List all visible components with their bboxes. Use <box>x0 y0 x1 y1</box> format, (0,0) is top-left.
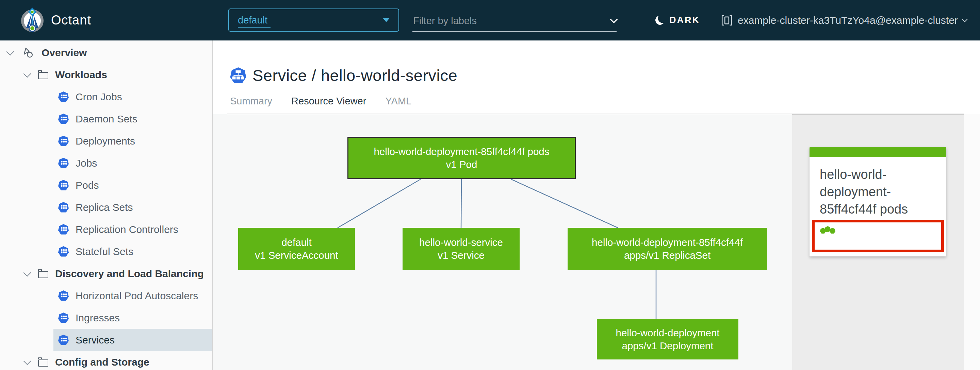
namespace-dropdown[interactable]: default <box>228 8 399 32</box>
label-filter-input[interactable] <box>412 15 611 27</box>
tab-summary[interactable]: Summary <box>230 95 272 115</box>
graph-node-serviceaccount[interactable]: default v1 ServiceAccount <box>238 228 355 270</box>
sidebar-item-deployments[interactable]: Deployments <box>53 130 212 152</box>
sidebar-item-label: Services <box>76 334 115 346</box>
sidebar-item-label: Workloads <box>55 69 107 81</box>
chevron-down-icon[interactable] <box>24 357 31 365</box>
node-name: hello-world-deployment-85ff4cf44f <box>568 236 767 249</box>
app-title: Octant <box>51 13 91 27</box>
tab-resource-viewer[interactable]: Resource Viewer <box>291 95 366 115</box>
sidebar-item-label: Config and Storage <box>55 356 150 368</box>
sidebar-item-replication-controllers[interactable]: Replication Controllers <box>53 218 212 240</box>
folder-icon <box>38 72 48 79</box>
card-status-bar <box>810 147 946 157</box>
caret-down-icon <box>383 18 390 22</box>
sidebar: Overview Workloads Cron Jobs Daemon Sets… <box>0 40 213 370</box>
chevron-down-icon <box>962 16 967 22</box>
sidebar-item-label: Horizontal Pod Autoscalers <box>76 290 198 302</box>
sidebar-item-pods[interactable]: Pods <box>53 174 212 196</box>
sidebar-item-label: Replica Sets <box>76 202 133 213</box>
folder-icon <box>38 359 48 367</box>
deployments-icon <box>58 136 69 146</box>
node-name: default <box>238 236 355 249</box>
overview-icon <box>21 46 35 60</box>
service-icon <box>230 67 247 84</box>
node-name: hello-world-service <box>402 236 520 249</box>
chevron-down-icon[interactable] <box>6 48 14 56</box>
cluster-context-label: example-cluster-ka3TuTzYo4a@example-clus… <box>738 14 958 26</box>
jobs-icon <box>58 158 69 168</box>
octant-logo-icon <box>19 7 46 34</box>
detail-panel: hello-world-deployment-85ff4cf44f pods <box>792 114 964 370</box>
resource-graph: hello-world-deployment-85ff4cf44f pods v… <box>213 114 792 370</box>
namespace-value: default <box>238 14 267 26</box>
node-kind: apps/v1 Deployment <box>597 340 738 352</box>
sidebar-item-label: Stateful Sets <box>76 246 134 257</box>
horizontal-pod-autoscalers-icon <box>58 291 69 301</box>
moon-icon <box>654 14 666 26</box>
sidebar-item-label: Deployments <box>76 135 135 147</box>
node-kind: apps/v1 ReplicaSet <box>568 249 767 262</box>
sidebar-item-cron-jobs[interactable]: Cron Jobs <box>53 86 212 108</box>
daemon-sets-icon <box>58 114 69 124</box>
sidebar-item-label: Pods <box>76 179 99 191</box>
brand: Octant <box>19 7 91 34</box>
top-bar: Octant default DARK example-cluster-ka3T… <box>0 0 980 40</box>
stateful-sets-icon <box>58 246 69 257</box>
sidebar-item-label: Overview <box>41 47 87 59</box>
pod-status-dot <box>820 228 826 233</box>
card-title: hello-world-deployment-85ff4cf44f pods <box>810 157 946 218</box>
tab-yaml[interactable]: YAML <box>385 95 411 115</box>
graph-node-replicaset[interactable]: hello-world-deployment-85ff4cf44f apps/v… <box>568 228 767 270</box>
sidebar-item-label: Ingresses <box>76 312 120 324</box>
sidebar-item-label: Cron Jobs <box>76 91 122 103</box>
tab-bar: Summary Resource Viewer YAML <box>230 95 411 115</box>
node-kind: v1 Service <box>402 249 520 262</box>
sidebar-item-stateful-sets[interactable]: Stateful Sets <box>53 240 212 262</box>
ingresses-icon <box>58 313 69 323</box>
node-kind: v1 ServiceAccount <box>238 249 355 262</box>
sidebar-item-jobs[interactable]: Jobs <box>53 152 212 174</box>
scroll-gutter <box>964 114 980 370</box>
sidebar-item-workloads[interactable]: Workloads <box>0 64 212 86</box>
pod-status-highlight-box <box>812 220 944 252</box>
replica-sets-icon <box>58 202 69 213</box>
namespace-underline <box>238 27 270 28</box>
chevron-down-icon[interactable] <box>24 70 31 78</box>
node-kind: v1 Pod <box>348 158 575 171</box>
sidebar-item-label: Replication Controllers <box>76 224 178 235</box>
sidebar-item-discovery-and-load-balancing[interactable]: Discovery and Load Balancing <box>0 262 212 285</box>
pod-status-dots <box>815 222 941 233</box>
sidebar-item-overview[interactable]: Overview <box>0 41 212 64</box>
selected-node-card[interactable]: hello-world-deployment-85ff4cf44f pods <box>810 147 946 256</box>
chevron-down-icon[interactable] <box>610 16 618 24</box>
page-title: Service / hello-world-service <box>230 66 457 85</box>
label-filter[interactable] <box>412 10 617 32</box>
folder-icon <box>38 271 48 278</box>
pod-status-dot <box>830 228 835 233</box>
services-icon <box>58 335 69 345</box>
graph-node-pod[interactable]: hello-world-deployment-85ff4cf44f pods v… <box>347 137 576 179</box>
sidebar-item-ingresses[interactable]: Ingresses <box>53 307 212 329</box>
sidebar-item-label: Daemon Sets <box>76 113 137 125</box>
sidebar-item-daemon-sets[interactable]: Daemon Sets <box>53 108 212 130</box>
sidebar-item-services[interactable]: Services <box>53 329 212 351</box>
resource-title: Service / hello-world-service <box>253 66 457 85</box>
sidebar-item-label: Jobs <box>76 157 97 169</box>
cluster-context-selector[interactable]: example-cluster-ka3TuTzYo4a@example-clus… <box>721 0 967 40</box>
theme-toggle-label: DARK <box>669 15 700 25</box>
sidebar-item-horizontal-pod-autoscalers[interactable]: Horizontal Pod Autoscalers <box>53 285 212 307</box>
graph-node-service[interactable]: hello-world-service v1 Service <box>402 228 520 270</box>
chevron-down-icon[interactable] <box>24 268 31 276</box>
node-name: hello-world-deployment-85ff4cf44f pods <box>348 145 575 158</box>
sidebar-item-config-and-storage[interactable]: Config and Storage <box>0 351 212 370</box>
main-content: Service / hello-world-service Summary Re… <box>213 40 980 370</box>
theme-toggle[interactable]: DARK <box>655 0 700 40</box>
cluster-icon <box>721 14 733 27</box>
sidebar-item-replica-sets[interactable]: Replica Sets <box>53 196 212 218</box>
graph-node-deployment[interactable]: hello-world-deployment apps/v1 Deploymen… <box>597 319 738 359</box>
sidebar-item-label: Discovery and Load Balancing <box>55 268 204 279</box>
pods-icon <box>58 180 69 191</box>
node-name: hello-world-deployment <box>597 327 738 340</box>
replication-controllers-icon <box>58 224 69 235</box>
